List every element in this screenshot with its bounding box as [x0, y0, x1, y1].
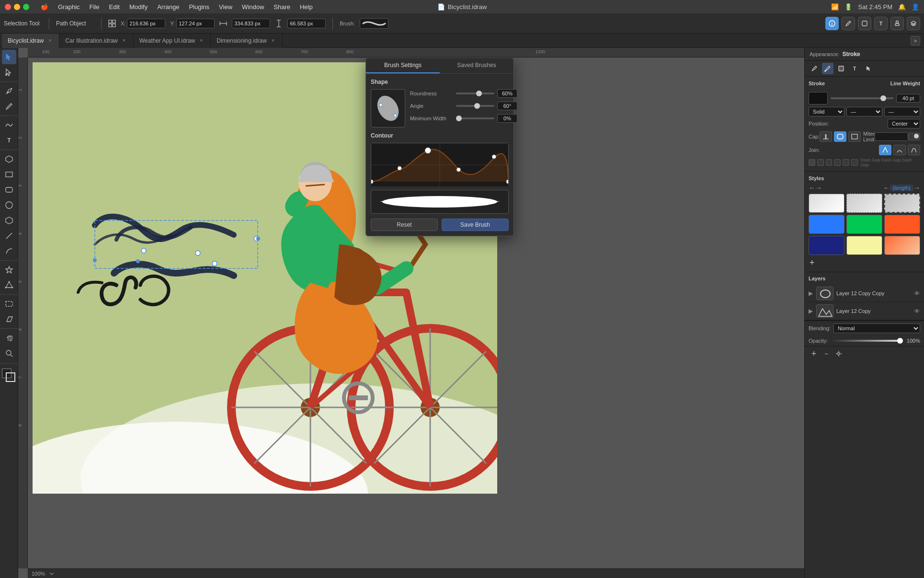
layer-2-expand[interactable]: ▶: [809, 308, 813, 314]
menu-share[interactable]: Share: [270, 2, 294, 12]
tab-bicyclist[interactable]: Bicyclist.idraw ×: [2, 34, 59, 48]
menu-graphic[interactable]: Graphic: [54, 2, 84, 12]
style-swatch-1[interactable]: [809, 194, 844, 213]
line-gap-select[interactable]: —: [884, 107, 920, 116]
h-input[interactable]: [287, 19, 326, 28]
menu-modify[interactable]: Modify: [125, 2, 151, 12]
tab-car[interactable]: Car Illustration.idraw ×: [59, 34, 133, 48]
menu-apple[interactable]: 🍎: [37, 2, 52, 12]
layer-1-visibility[interactable]: 👁: [914, 290, 920, 297]
line-tool[interactable]: [2, 229, 16, 243]
line-dash-select[interactable]: — - - ···: [846, 107, 882, 116]
fill-icon-btn[interactable]: [835, 63, 847, 74]
menu-view[interactable]: View: [215, 2, 236, 12]
tab-more[interactable]: »: [911, 36, 922, 46]
canvas-area[interactable]: 100 200 300 400 500 600 700 800 1200 1 2…: [18, 48, 804, 578]
maximize-button[interactable]: [23, 4, 29, 10]
tab-bicyclist-close[interactable]: ×: [46, 37, 53, 44]
line-weight-slider[interactable]: [831, 97, 893, 99]
tab-weather-close[interactable]: ×: [198, 37, 205, 44]
tab-saved-brushes[interactable]: Saved Brushes: [440, 58, 513, 73]
rounded-rect-tool[interactable]: [2, 183, 16, 197]
opacity-slider[interactable]: [832, 340, 903, 342]
layer-1-expand[interactable]: ▶: [809, 290, 813, 297]
color-swatches[interactable]: [2, 369, 16, 383]
weight-track[interactable]: [831, 97, 893, 99]
opacity-thumb[interactable]: [897, 338, 903, 344]
tab-overflow-btn[interactable]: »: [911, 36, 920, 46]
line-weight-input[interactable]: [896, 94, 920, 103]
hexagon-tool[interactable]: [2, 213, 16, 228]
reset-btn[interactable]: Reset: [371, 219, 438, 231]
curve-tool[interactable]: [2, 244, 16, 258]
menu-edit[interactable]: Edit: [105, 2, 123, 12]
stroke-icon-btn[interactable]: [822, 63, 833, 74]
appearance-icon-btn[interactable]: [858, 17, 871, 30]
add-layer-btn[interactable]: +: [809, 348, 819, 359]
min-width-slider[interactable]: [456, 117, 494, 119]
node-tool[interactable]: [2, 65, 16, 80]
brush-preview[interactable]: [360, 18, 388, 29]
text-icon-btn[interactable]: T: [874, 17, 888, 30]
star-tool[interactable]: [2, 263, 16, 277]
canvas-content[interactable]: Brush Settings Saved Brushes Shape: [28, 58, 804, 568]
close-button[interactable]: [5, 4, 11, 10]
cap-butt[interactable]: [820, 131, 832, 142]
join-round[interactable]: [893, 145, 906, 155]
traffic-lights[interactable]: [5, 4, 29, 10]
layer-settings-btn[interactable]: [833, 348, 844, 359]
miter-thumb[interactable]: [914, 134, 919, 139]
layer-item-1[interactable]: ▶ Layer 12 Copy Copy 👁: [805, 285, 924, 302]
layers-icon-btn[interactable]: [907, 17, 920, 30]
delete-layer-btn[interactable]: −: [821, 348, 832, 359]
miter-input[interactable]: [875, 132, 908, 141]
freehand-tool[interactable]: [2, 118, 16, 132]
arrow-left-2[interactable]: ←: [883, 184, 890, 192]
roundness-input[interactable]: [497, 89, 517, 98]
style-swatch-blue[interactable]: [809, 215, 844, 234]
circle-tool[interactable]: [2, 198, 16, 212]
roundness-slider[interactable]: [456, 92, 494, 94]
tab-dimensioning[interactable]: Dimensioning.idraw ×: [211, 34, 283, 48]
zoom-tool[interactable]: [2, 346, 16, 360]
menu-file[interactable]: File: [86, 2, 103, 12]
menu-help[interactable]: Help: [296, 2, 317, 12]
cap-square[interactable]: [848, 131, 861, 142]
menu-arrange[interactable]: Arrange: [153, 2, 183, 12]
dash-dot-3[interactable]: [826, 159, 833, 166]
hand-tool[interactable]: [2, 331, 16, 345]
selection-tool[interactable]: [2, 50, 16, 64]
weight-thumb[interactable]: [880, 95, 886, 101]
transform-tool[interactable]: [2, 297, 16, 311]
join-bevel[interactable]: [908, 145, 920, 155]
zoom-dropdown-icon[interactable]: [49, 571, 55, 577]
blend-select[interactable]: Normal Multiply Screen Overlay: [833, 324, 920, 333]
stroke-swatch[interactable]: [6, 372, 15, 382]
add-style-btn[interactable]: +: [809, 258, 816, 268]
shape-preview[interactable]: [371, 89, 405, 127]
dash-dot-2[interactable]: [817, 159, 824, 166]
pencil-icon-btn[interactable]: [842, 17, 855, 30]
x-input[interactable]: [127, 19, 165, 28]
cap-round[interactable]: [834, 131, 846, 142]
shear-tool[interactable]: [2, 312, 16, 326]
line-type-select[interactable]: Solid Dashed Dotted: [809, 107, 844, 116]
style-swatch-gradient[interactable]: [884, 236, 920, 255]
join-miter[interactable]: [879, 145, 891, 155]
layer-2-visibility[interactable]: 👁: [914, 308, 920, 315]
text-tool[interactable]: T: [2, 133, 16, 148]
3d-tool[interactable]: [2, 152, 16, 166]
style-swatch-orange[interactable]: [884, 215, 920, 234]
arrow-right-2[interactable]: →: [913, 184, 920, 192]
cursor-icon-btn[interactable]: [862, 63, 874, 74]
stamp-icon-btn[interactable]: [890, 17, 904, 30]
layer-item-2[interactable]: ▶ Layer 12 Copy 👁: [805, 302, 924, 320]
angle-thumb[interactable]: [474, 103, 480, 109]
info-icon-btn[interactable]: i: [825, 17, 839, 30]
menu-plugins[interactable]: Plugins: [185, 2, 213, 12]
rectangle-tool[interactable]: [2, 167, 16, 182]
pencil-tool[interactable]: [2, 99, 16, 114]
style-swatch-darkblue[interactable]: [809, 236, 844, 255]
angle-slider[interactable]: [456, 105, 494, 107]
y-input[interactable]: [176, 19, 215, 28]
